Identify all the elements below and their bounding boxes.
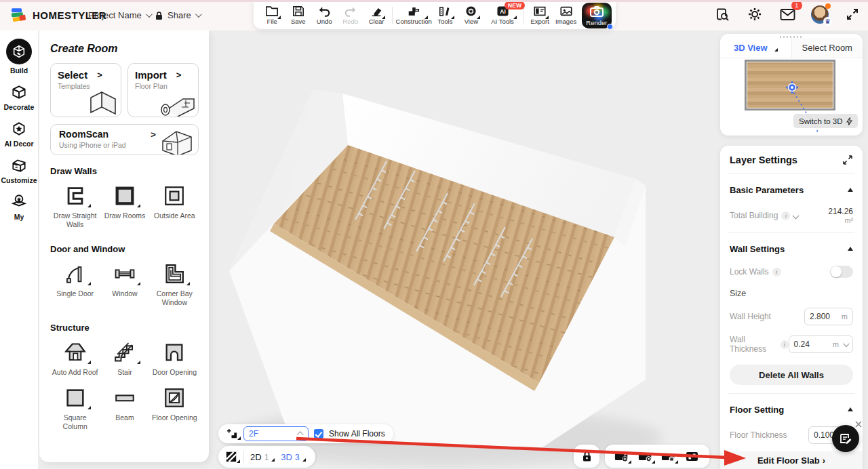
svg-text:Ai: Ai xyxy=(500,8,506,15)
camera-settings-button[interactable] xyxy=(637,448,654,464)
view-icon xyxy=(465,5,477,17)
add-floor-button[interactable] xyxy=(225,428,238,440)
wall-settings-header[interactable]: Wall Settings xyxy=(730,241,853,256)
render-button[interactable]: Render xyxy=(582,3,612,28)
info-icon[interactable]: i xyxy=(781,211,790,220)
chevron-down-icon[interactable] xyxy=(793,212,800,219)
roomscan-card[interactable]: RoomScan> Using iPhone or iPad xyxy=(50,124,199,155)
mail-icon xyxy=(780,8,795,21)
share-menu[interactable]: Share xyxy=(155,10,200,20)
side-navigation: Build Decorate AI Decor Customize My xyxy=(0,30,38,469)
sidebar-item-ai-decor[interactable]: AI Decor xyxy=(4,120,33,148)
info-icon[interactable]: i xyxy=(781,340,788,349)
mode-3d-button[interactable]: 3D3 xyxy=(281,452,305,462)
size-label: Size xyxy=(730,289,853,298)
account-button[interactable]: ♛ xyxy=(811,5,829,23)
messages-button[interactable]: 1 xyxy=(778,5,796,23)
ai-tools-button[interactable]: NEW Ai AI Tools xyxy=(484,2,521,29)
display-style-button[interactable] xyxy=(225,451,237,463)
view-button[interactable]: View xyxy=(458,2,484,29)
undo-button[interactable]: Undo xyxy=(311,2,337,29)
lock-icon xyxy=(582,451,592,462)
expand-panel-icon[interactable] xyxy=(842,155,853,165)
roomscan-house-art xyxy=(157,126,197,155)
tab-select-room[interactable]: Select Room xyxy=(791,38,863,58)
sidebar-item-my[interactable]: My xyxy=(10,193,28,221)
tool-outside-area[interactable]: Outside Area xyxy=(150,183,199,229)
tool-draw-rooms[interactable]: Draw Rooms xyxy=(100,183,149,229)
add-camera-button[interactable] xyxy=(613,448,631,464)
gear-icon xyxy=(747,7,762,22)
floor-setting-header[interactable]: Floor Setting xyxy=(730,402,853,417)
viewport-expand-button[interactable] xyxy=(684,448,701,464)
camera-list-button[interactable] xyxy=(660,448,677,464)
feedback-button[interactable] xyxy=(832,425,859,452)
crown-icon: ♛ xyxy=(823,17,832,26)
export-button[interactable]: Export xyxy=(527,2,553,29)
show-all-floors-label: Show All Floors xyxy=(329,429,385,439)
file-button[interactable]: File xyxy=(259,2,285,29)
my-library-icon xyxy=(10,193,28,211)
switch-to-3d-button[interactable]: Switch to 3D xyxy=(793,114,858,128)
delete-all-walls-button[interactable]: Delete All Walls xyxy=(730,365,853,385)
edit-floor-slab-button[interactable]: Edit Floor Slab › xyxy=(720,451,863,469)
show-all-floors-checkbox[interactable] xyxy=(314,429,323,439)
folder-icon xyxy=(265,5,279,17)
tool-corner-bay-window[interactable]: Corner Bay Window xyxy=(150,261,199,307)
tool-square-column[interactable]: Square Column xyxy=(50,385,100,431)
project-name-menu[interactable]: Project Name xyxy=(88,10,151,20)
tool-stair[interactable]: Stair xyxy=(100,340,149,377)
floorplan-roll-art xyxy=(157,91,197,117)
close-icon xyxy=(855,421,862,428)
tool-draw-straight-walls[interactable]: Draw Straight Walls xyxy=(50,183,100,229)
fullscreen-button[interactable] xyxy=(844,5,861,23)
tab-3d-view[interactable]: 3D View xyxy=(720,38,791,58)
construction-icon xyxy=(407,5,420,17)
sidebar-item-build[interactable]: Build xyxy=(6,39,32,75)
mode-2d-button[interactable]: 2D1 xyxy=(250,452,275,462)
beam-icon xyxy=(113,386,136,409)
feedback-close-button[interactable] xyxy=(855,421,862,429)
basic-parameters-header[interactable]: Basic Parameters xyxy=(730,182,853,197)
info-icon[interactable]: i xyxy=(772,268,781,277)
tool-door-opening[interactable]: Door Opening xyxy=(150,340,199,377)
online-dot xyxy=(825,3,831,9)
tool-floor-opening[interactable]: Floor Opening xyxy=(150,385,199,431)
section-door-window: Door and Window xyxy=(50,244,199,254)
section-draw-walls: Draw Walls xyxy=(50,166,199,176)
dropdown-corner-icon xyxy=(451,16,454,19)
settings-button[interactable] xyxy=(746,5,764,23)
sidebar-item-customize[interactable]: Customize xyxy=(1,157,37,184)
collapse-icon xyxy=(848,188,853,192)
render-status-dot xyxy=(607,24,613,30)
save-button[interactable]: Save xyxy=(285,2,311,29)
wall-height-input[interactable]: 2.800 m xyxy=(804,308,853,325)
dropdown-corner-icon xyxy=(237,436,241,440)
clear-button[interactable]: Clear xyxy=(363,2,389,29)
tool-window[interactable]: Window xyxy=(100,261,149,307)
main-toolbar: File Save Undo Redo Clear Construction xyxy=(254,0,616,29)
select-templates-card[interactable]: Select> Templates xyxy=(50,63,121,117)
camera-gizmo-icon[interactable] xyxy=(785,81,799,94)
tools-button[interactable]: Tools xyxy=(432,2,458,29)
floor-opening-icon xyxy=(163,386,186,409)
homestyler-logo-icon xyxy=(9,6,27,24)
tool-beam[interactable]: Beam xyxy=(100,385,149,431)
sidebar-item-decorate[interactable]: Decorate xyxy=(4,83,35,111)
mini-floorplan-view[interactable] xyxy=(745,60,835,110)
add-floor-icon xyxy=(225,428,238,440)
dropdown-corner-icon xyxy=(277,16,281,19)
dropdown-corner-icon xyxy=(137,282,140,285)
floor-selector[interactable]: 2F xyxy=(243,426,309,441)
camera-plus-icon xyxy=(614,451,629,462)
lock-walls-toggle[interactable] xyxy=(830,266,853,278)
import-floorplan-card[interactable]: Import> Floor Plan xyxy=(127,63,199,117)
tool-auto-add-roof[interactable]: Auto Add Roof xyxy=(50,340,100,377)
images-button[interactable]: Images xyxy=(553,2,578,29)
construction-button[interactable]: Construction xyxy=(395,2,432,29)
help-search-button[interactable] xyxy=(713,5,731,23)
lock-camera-button[interactable] xyxy=(574,445,599,468)
tool-single-door[interactable]: Single Door xyxy=(50,261,100,307)
toggle-knob xyxy=(831,266,842,277)
wall-thickness-select[interactable]: 0.24 m xyxy=(789,335,853,353)
